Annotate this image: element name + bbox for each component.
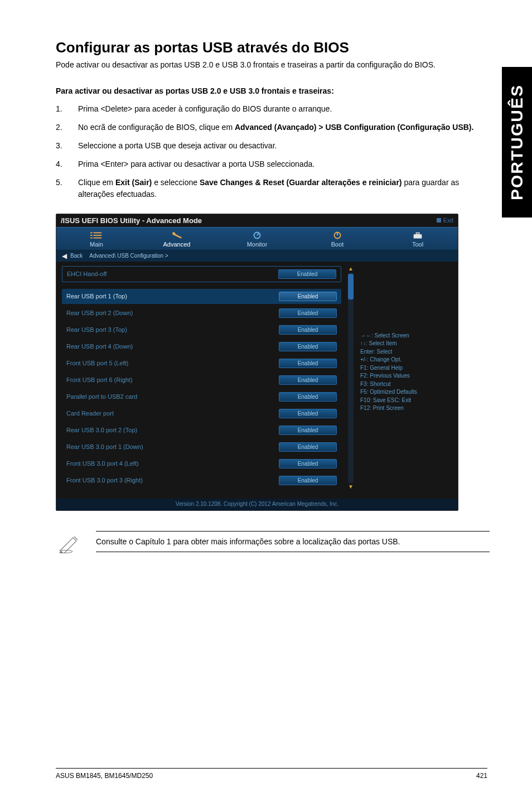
language-tab: PORTUGUÊS bbox=[502, 67, 532, 218]
svg-line-7 bbox=[257, 233, 259, 235]
bios-setting-row[interactable]: Rear USB port 3 (Top)Enabled bbox=[62, 322, 341, 337]
step-3: Seleccione a porta USB que deseja activa… bbox=[56, 140, 493, 152]
bios-setting-label: Front USB port 6 (Right) bbox=[66, 376, 133, 383]
bios-setting-label: EHCI Hand-off bbox=[67, 270, 107, 277]
step-1: Prima <Delete> para aceder à configuraçã… bbox=[56, 103, 493, 115]
bios-setting-row[interactable]: Rear USB port 4 (Down)Enabled bbox=[62, 339, 341, 354]
bios-breadcrumb: ◀ Back Advanced\ USB Configuration > bbox=[56, 250, 458, 262]
svg-rect-10 bbox=[414, 234, 422, 238]
bios-scrollbar[interactable]: ▲ ▼ bbox=[347, 266, 355, 490]
footer-page: 421 bbox=[476, 772, 487, 780]
scroll-thumb[interactable] bbox=[348, 274, 354, 299]
bios-screenshot: /ISUS UEFI BIOS Utility - Advanced Mode … bbox=[56, 214, 458, 511]
bios-setting-value[interactable]: Enabled bbox=[279, 325, 337, 335]
bios-tab-label: Main bbox=[90, 241, 103, 248]
svg-rect-1 bbox=[94, 232, 102, 233]
bios-setting-label: Card Reader port bbox=[66, 410, 114, 417]
step-4: Prima <Enter> para activar ou desactivar… bbox=[56, 158, 493, 170]
scroll-track[interactable] bbox=[348, 273, 354, 483]
bios-setting-row[interactable]: Rear USB 3.0 port 2 (Top)Enabled bbox=[62, 423, 341, 438]
bios-setting-row[interactable]: Front USB port 6 (Right)Enabled bbox=[62, 373, 341, 388]
bios-setting-value[interactable]: Enabled bbox=[279, 476, 337, 485]
power-icon bbox=[331, 231, 344, 240]
bios-setting-value[interactable]: Enabled bbox=[279, 342, 337, 351]
bios-tab-tool[interactable]: Tool bbox=[378, 228, 458, 250]
bios-setting-value[interactable]: Enabled bbox=[279, 359, 337, 368]
bios-setting-row[interactable]: Rear USB 3.0 port 1 (Down)Enabled bbox=[62, 439, 341, 455]
bios-setting-label: Rear USB port 4 (Down) bbox=[66, 343, 133, 350]
bios-setting-row[interactable]: Card Reader portEnabled bbox=[62, 406, 341, 421]
bios-setting-label: Rear USB 3.0 port 2 (Top) bbox=[66, 427, 137, 433]
bios-setting-row[interactable]: Front USB port 5 (Left)Enabled bbox=[62, 356, 341, 371]
bios-version-footer: Version 2.10.1208. Copyright (C) 2012 Am… bbox=[56, 499, 458, 510]
svg-rect-2 bbox=[90, 235, 93, 236]
scroll-down-icon[interactable]: ▼ bbox=[348, 484, 354, 490]
bios-help-line: Enter: Select bbox=[360, 348, 452, 356]
procedure-heading: Para activar ou desactivar as portas USB… bbox=[56, 86, 493, 95]
bios-tab-label: Monitor bbox=[247, 241, 268, 248]
bios-tab-monitor[interactable]: Monitor bbox=[217, 228, 297, 250]
bios-tab-advanced[interactable]: Advanced bbox=[137, 228, 217, 250]
page-title: Configurar as portas USB através do BIOS bbox=[56, 39, 493, 56]
list-icon bbox=[90, 231, 103, 240]
back-icon[interactable]: ◀ bbox=[62, 252, 67, 260]
bios-setting-label: Front USB 3.0 port 3 (Right) bbox=[66, 477, 143, 484]
svg-rect-3 bbox=[94, 235, 102, 236]
monitor-icon bbox=[251, 231, 263, 240]
note-icon bbox=[59, 531, 81, 555]
breadcrumb-back[interactable]: Back bbox=[70, 253, 83, 259]
wrench-icon bbox=[171, 231, 183, 240]
bios-setting-row[interactable]: Rear USB port 2 (Down)Enabled bbox=[62, 306, 341, 321]
bios-setting-row[interactable]: Rear USB port 1 (Top)Enabled bbox=[62, 289, 341, 304]
bios-help-line: F2: Previous Values bbox=[360, 372, 452, 380]
bios-tab-label: Boot bbox=[331, 241, 344, 248]
bios-help-panel: →←: Select Screen↑↓: Select ItemEnter: S… bbox=[360, 266, 452, 490]
bios-setting-row[interactable]: Parallel port to USB2 cardEnabled bbox=[62, 389, 341, 404]
bios-help-line: F5: Optimized Defaults bbox=[360, 388, 452, 397]
bios-help-line: ↑↓: Select Item bbox=[360, 340, 452, 348]
breadcrumb-path: Advanced\ USB Configuration > bbox=[89, 253, 168, 259]
bios-help-line: →←: Select Screen bbox=[360, 332, 452, 340]
bios-setting-value[interactable]: Enabled bbox=[279, 292, 337, 301]
bios-tab-boot[interactable]: Boot bbox=[297, 228, 378, 250]
toolbox-icon bbox=[412, 231, 424, 240]
svg-rect-5 bbox=[94, 237, 102, 238]
bios-setting-row[interactable]: EHCI Hand-offEnabled bbox=[62, 266, 341, 282]
bios-setting-value[interactable]: Enabled bbox=[279, 442, 337, 452]
bios-help-line: +/-: Change Opt. bbox=[360, 356, 452, 364]
svg-rect-11 bbox=[416, 233, 419, 234]
svg-rect-0 bbox=[90, 232, 93, 233]
bios-setting-value[interactable]: Enabled bbox=[279, 392, 337, 402]
bios-setting-value[interactable]: Enabled bbox=[279, 375, 337, 385]
svg-rect-4 bbox=[90, 237, 93, 238]
bios-help-line: F12: Print Screen bbox=[360, 404, 452, 413]
bios-setting-label: Front USB port 5 (Left) bbox=[66, 360, 128, 366]
bios-setting-label: Rear USB port 3 (Top) bbox=[66, 326, 127, 333]
bios-setting-row[interactable]: Front USB 3.0 port 4 (Left)Enabled bbox=[62, 456, 341, 471]
bios-setting-label: Rear USB 3.0 port 1 (Down) bbox=[66, 443, 143, 450]
bios-setting-value[interactable]: Enabled bbox=[279, 459, 337, 468]
scroll-up-icon[interactable]: ▲ bbox=[348, 266, 354, 272]
bios-title: /ISUS UEFI BIOS Utility - Advanced Mode bbox=[61, 216, 202, 225]
bios-tab-main[interactable]: Main bbox=[56, 228, 137, 250]
bios-tab-label: Advanced bbox=[163, 241, 191, 248]
bios-setting-label: Front USB 3.0 port 4 (Left) bbox=[66, 460, 139, 467]
bios-settings-list: EHCI Hand-offEnabledRear USB port 1 (Top… bbox=[62, 266, 341, 490]
bios-setting-label: Rear USB port 1 (Top) bbox=[66, 293, 127, 299]
bios-setting-value[interactable]: Enabled bbox=[278, 269, 336, 279]
bios-setting-value[interactable]: Enabled bbox=[279, 308, 337, 318]
footer-model: ASUS BM1845, BM1645/MD250 bbox=[56, 772, 153, 780]
step-2: No ecrã de configuração de BIOS, clique … bbox=[56, 122, 493, 133]
bios-setting-label: Rear USB port 2 (Down) bbox=[66, 310, 133, 316]
bios-setting-label: Parallel port to USB2 card bbox=[66, 393, 137, 400]
bios-setting-row[interactable]: Front USB 3.0 port 3 (Right)Enabled bbox=[62, 473, 341, 488]
bios-tab-label: Tool bbox=[412, 241, 423, 248]
intro-text: Pode activar ou desactivar as portas USB… bbox=[56, 60, 493, 71]
bios-help-line: F3: Shortcut bbox=[360, 380, 452, 389]
note-text: Consulte o Capítulo 1 para obter mais in… bbox=[96, 531, 490, 552]
bios-setting-value[interactable]: Enabled bbox=[279, 409, 337, 418]
bios-help-line: F10: Save ESC: Exit bbox=[360, 397, 452, 405]
bios-setting-value[interactable]: Enabled bbox=[279, 426, 337, 435]
bios-tabs: Main Advanced Monitor Boot bbox=[56, 227, 458, 250]
step-5: Clique em Exit (Sair) e seleccione Save … bbox=[56, 177, 493, 200]
